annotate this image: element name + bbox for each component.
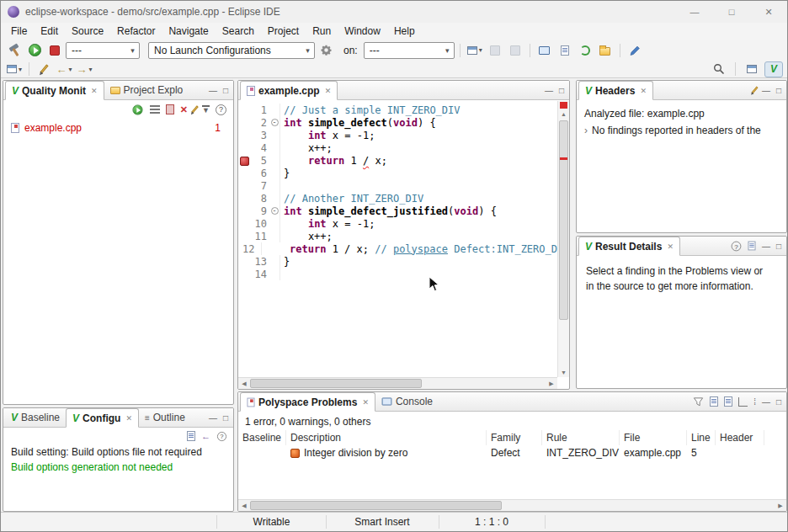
scroll-thumb[interactable] [559, 120, 568, 320]
new-wizard-button[interactable]: ▾ [466, 42, 484, 59]
view-menu-icon[interactable]: ⁞ [753, 397, 756, 407]
headers-finding-row[interactable]: › No findings reported in headers of the [577, 122, 786, 139]
code-area[interactable]: 1// Just a simple INT_ZERO_DIV2-int simp… [238, 101, 557, 377]
export-icon[interactable] [748, 242, 755, 251]
view-minimize-button[interactable]: — [762, 242, 770, 251]
scroll-left-icon[interactable]: ◀ [238, 378, 250, 389]
code-line-14[interactable]: 14 [238, 268, 557, 280]
scroll-left-icon[interactable]: ◀ [238, 500, 250, 511]
tab-example-cpp[interactable]: example.cpp ✕ [240, 81, 338, 100]
target-combo[interactable]: --- ▾ [364, 42, 455, 59]
open-perspective-button[interactable] [743, 61, 761, 77]
view-maximize-button[interactable]: □ [776, 242, 781, 251]
view-minimize-button[interactable]: — [762, 397, 770, 407]
editor-vertical-scrollbar[interactable]: ▲ ▼ [557, 101, 569, 377]
minimize-button[interactable]: — [676, 1, 713, 23]
view-minimize-button[interactable]: — [209, 413, 217, 423]
tab-quality-monitor[interactable]: V Quality Monit ✕ [5, 81, 104, 100]
code-line-6[interactable]: 6} [238, 167, 557, 179]
scroll-track[interactable] [250, 378, 546, 389]
tab-console[interactable]: Console [375, 392, 439, 411]
close-icon[interactable]: ✕ [125, 414, 132, 423]
view-maximize-button[interactable]: □ [559, 86, 564, 95]
code-line-1[interactable]: 1// Just a simple INT_ZERO_DIV [238, 104, 557, 116]
scroll-down-icon[interactable]: ▼ [558, 368, 569, 377]
menu-refactor[interactable]: Refactor [110, 24, 162, 39]
menu-help[interactable]: Help [387, 24, 422, 39]
run-mode-combo[interactable]: --- ▾ [66, 42, 140, 59]
error-annotation-marker[interactable] [560, 157, 567, 160]
code-line-10[interactable]: 10 int x = -1; [238, 217, 557, 230]
annotate-button[interactable] [626, 42, 644, 59]
code-line-2[interactable]: 2-int simple_defect(void) { [238, 116, 557, 129]
view-maximize-button[interactable]: □ [776, 397, 781, 407]
launch-settings-button[interactable] [317, 42, 335, 59]
close-icon[interactable]: ✕ [640, 87, 647, 95]
fold-toggle-icon[interactable]: - [269, 205, 280, 217]
chevron-right-icon[interactable]: › [584, 125, 588, 136]
group-by-icon[interactable] [710, 396, 718, 407]
clear-icon[interactable] [751, 87, 758, 94]
menu-window[interactable]: Window [338, 24, 387, 39]
scroll-right-icon[interactable]: ▶ [546, 378, 557, 389]
filter-icon[interactable] [693, 396, 704, 407]
tab-headers[interactable]: V Headers ✕ [578, 81, 653, 100]
problem-row[interactable]: Integer division by zeroDefectINT_ZERO_D… [238, 445, 786, 460]
open-console-button[interactable] [535, 42, 554, 59]
menu-file[interactable]: File [4, 24, 34, 39]
column-header-line[interactable]: Line [687, 430, 716, 445]
column-header-baseline[interactable]: Baseline [238, 430, 286, 445]
tab-polyspace-problems[interactable]: Polyspace Problems ✕ [240, 392, 375, 412]
open-report-button[interactable] [556, 42, 574, 59]
close-icon[interactable]: ✕ [667, 242, 674, 251]
view-menu-icon[interactable] [150, 105, 160, 114]
menu-source[interactable]: Source [65, 24, 110, 39]
tab-project-explorer[interactable]: Project Explo [104, 81, 189, 99]
remove-result-icon[interactable]: ✕ [180, 104, 188, 115]
help-icon[interactable]: ? [216, 104, 226, 115]
download-results-icon[interactable]: ▼ [202, 105, 210, 114]
view-maximize-button[interactable]: □ [776, 86, 781, 95]
last-edit-location-button[interactable] [35, 61, 53, 77]
column-header-rule[interactable]: Rule [542, 430, 620, 445]
view-minimize-button[interactable]: — [209, 86, 217, 95]
code-line-8[interactable]: 8// Another INT_ZERO_DIV [238, 192, 557, 205]
edit-configuration-button[interactable] [596, 42, 615, 59]
run-analysis-button[interactable] [25, 42, 44, 59]
tab-configuration[interactable]: V Configu ✕ [66, 408, 139, 428]
close-icon[interactable]: ✕ [325, 87, 332, 95]
link-with-editor-icon[interactable] [738, 397, 748, 407]
menu-search[interactable]: Search [216, 24, 261, 39]
scroll-track[interactable] [558, 119, 569, 368]
column-header-family[interactable]: Family [487, 430, 542, 445]
column-header-description[interactable]: Description [286, 430, 487, 445]
scroll-track[interactable] [250, 500, 775, 511]
polyspace-perspective-button[interactable]: V [764, 61, 783, 77]
save-all-button[interactable] [506, 42, 524, 59]
code-line-9[interactable]: 9-int simple_defect_justified(void) { [238, 205, 557, 217]
column-header-file[interactable]: File [620, 430, 687, 445]
view-minimize-button[interactable]: — [762, 86, 770, 95]
load-results-icon[interactable] [166, 104, 174, 114]
quick-access-search-button[interactable] [710, 61, 728, 77]
help-icon[interactable]: ? [732, 241, 742, 251]
save-button[interactable] [486, 42, 504, 59]
code-line-13[interactable]: 13} [238, 255, 557, 268]
code-line-3[interactable]: 3 int x = -1; [238, 129, 557, 141]
menu-navigate[interactable]: Navigate [162, 24, 215, 39]
menu-project[interactable]: Project [261, 24, 306, 39]
defect-marker-icon[interactable] [238, 154, 249, 167]
scroll-up-icon[interactable]: ▲ [558, 109, 569, 119]
launch-configurations-combo[interactable]: No Launch Configurations ▾ [148, 42, 315, 59]
quality-tree-item-example-cpp[interactable]: example.cpp 1 [3, 119, 233, 137]
code-line-7[interactable]: 7 [238, 179, 557, 192]
run-history-button[interactable]: ▾ [5, 61, 24, 77]
start-analysis-icon[interactable] [132, 104, 142, 114]
tab-outline[interactable]: ≡ Outline [139, 408, 191, 427]
fold-toggle-icon[interactable]: - [269, 116, 280, 129]
pin-view-icon[interactable] [724, 396, 732, 407]
tab-baseline[interactable]: V Baseline [5, 408, 66, 427]
forward-button[interactable]: → ▾ [75, 61, 93, 77]
scroll-thumb[interactable] [250, 501, 502, 510]
code-line-5[interactable]: 5 return 1 / x; [238, 154, 557, 167]
